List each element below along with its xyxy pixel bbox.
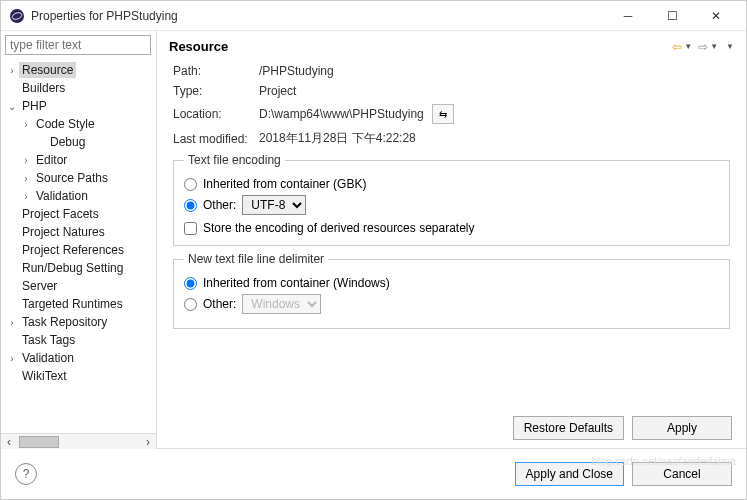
nav-toolbar: ⇦ ▼ ⇨ ▼ ▼ bbox=[672, 40, 734, 54]
back-icon[interactable]: ⇦ bbox=[672, 40, 682, 54]
apply-button[interactable]: Apply bbox=[632, 416, 732, 440]
tree-item[interactable]: Task Tags bbox=[1, 331, 156, 349]
tree-item[interactable]: ›Source Paths bbox=[1, 169, 156, 187]
close-button[interactable]: ✕ bbox=[694, 2, 738, 30]
tree-item-label: Code Style bbox=[33, 116, 98, 132]
expand-icon[interactable]: › bbox=[19, 191, 33, 202]
view-menu-icon[interactable]: ▼ bbox=[726, 42, 734, 51]
tree-item[interactable]: Debug bbox=[1, 133, 156, 151]
path-value: /PHPStudying bbox=[259, 64, 334, 78]
encoding-legend: Text file encoding bbox=[184, 153, 285, 167]
sidebar: ›ResourceBuilders⌄PHP›Code StyleDebug›Ed… bbox=[1, 31, 157, 449]
tree-item[interactable]: ⌄PHP bbox=[1, 97, 156, 115]
path-label: Path: bbox=[173, 64, 259, 78]
tree-item-label: Project Facets bbox=[19, 206, 102, 222]
maximize-button[interactable]: ☐ bbox=[650, 2, 694, 30]
delimiter-select: Windows bbox=[242, 294, 321, 314]
scroll-thumb[interactable] bbox=[19, 436, 59, 448]
store-encoding-label: Store the encoding of derived resources … bbox=[203, 221, 475, 235]
delimiter-other-label: Other: bbox=[203, 297, 236, 311]
location-value: D:\wamp64\www\PHPStudying bbox=[259, 107, 424, 121]
restore-defaults-button[interactable]: Restore Defaults bbox=[513, 416, 624, 440]
tree-item-label: PHP bbox=[19, 98, 50, 114]
minimize-button[interactable]: ─ bbox=[606, 2, 650, 30]
show-in-explorer-button[interactable]: ⇆ bbox=[432, 104, 454, 124]
scroll-right-icon[interactable]: › bbox=[140, 435, 156, 449]
tree-item[interactable]: ›Code Style bbox=[1, 115, 156, 133]
tree-item[interactable]: ›Validation bbox=[1, 349, 156, 367]
encoding-other-radio[interactable] bbox=[184, 199, 197, 212]
expand-icon[interactable]: › bbox=[19, 119, 33, 130]
expand-icon[interactable]: › bbox=[5, 65, 19, 76]
tree-item[interactable]: Builders bbox=[1, 79, 156, 97]
tree-item-label: Targeted Runtimes bbox=[19, 296, 126, 312]
help-icon[interactable]: ? bbox=[15, 463, 37, 485]
apply-and-close-button[interactable]: Apply and Close bbox=[515, 462, 624, 486]
expand-icon[interactable]: › bbox=[19, 155, 33, 166]
delimiter-other-radio[interactable] bbox=[184, 298, 197, 311]
expand-icon[interactable]: › bbox=[5, 317, 19, 328]
tree-item-label: Validation bbox=[19, 350, 77, 366]
forward-icon[interactable]: ⇨ bbox=[698, 40, 708, 54]
forward-menu-icon[interactable]: ▼ bbox=[710, 42, 718, 51]
tree-item[interactable]: Project References bbox=[1, 241, 156, 259]
titlebar: Properties for PHPStudying ─ ☐ ✕ bbox=[1, 1, 746, 31]
expand-icon[interactable]: ⌄ bbox=[5, 101, 19, 112]
cancel-button[interactable]: Cancel bbox=[632, 462, 732, 486]
content-panel: Resource ⇦ ▼ ⇨ ▼ ▼ Path:/PHPStudying Typ… bbox=[157, 31, 746, 449]
delimiter-legend: New text file line delimiter bbox=[184, 252, 328, 266]
page-title: Resource bbox=[169, 39, 672, 54]
encoding-inherited-radio[interactable] bbox=[184, 178, 197, 191]
tree-item-label: Project References bbox=[19, 242, 127, 258]
encoding-inherited-label: Inherited from container (GBK) bbox=[203, 177, 366, 191]
tree-item-label: Resource bbox=[19, 62, 76, 78]
delimiter-group: New text file line delimiter Inherited f… bbox=[173, 252, 730, 329]
filter-input[interactable] bbox=[5, 35, 151, 55]
type-label: Type: bbox=[173, 84, 259, 98]
expand-icon[interactable]: › bbox=[19, 173, 33, 184]
tree-item[interactable]: Run/Debug Setting bbox=[1, 259, 156, 277]
location-label: Location: bbox=[173, 107, 259, 121]
encoding-group: Text file encoding Inherited from contai… bbox=[173, 153, 730, 246]
bottom-bar: ? Apply and Close Cancel bbox=[1, 449, 746, 499]
tree-item[interactable]: WikiText bbox=[1, 367, 156, 385]
tree-item-label: Task Repository bbox=[19, 314, 110, 330]
lastmod-label: Last modified: bbox=[173, 132, 259, 146]
tree-item-label: Source Paths bbox=[33, 170, 111, 186]
tree-item[interactable]: ›Editor bbox=[1, 151, 156, 169]
delimiter-inherited-label: Inherited from container (Windows) bbox=[203, 276, 390, 290]
store-encoding-checkbox[interactable] bbox=[184, 222, 197, 235]
tree: ›ResourceBuilders⌄PHP›Code StyleDebug›Ed… bbox=[1, 59, 156, 433]
eclipse-icon bbox=[9, 8, 25, 24]
tree-item-label: Project Natures bbox=[19, 224, 108, 240]
tree-item-label: WikiText bbox=[19, 368, 70, 384]
tree-item[interactable]: Targeted Runtimes bbox=[1, 295, 156, 313]
encoding-select[interactable]: UTF-8 bbox=[242, 195, 306, 215]
back-menu-icon[interactable]: ▼ bbox=[684, 42, 692, 51]
tree-item[interactable]: ›Resource bbox=[1, 61, 156, 79]
tree-item-label: Validation bbox=[33, 188, 91, 204]
tree-item-label: Server bbox=[19, 278, 60, 294]
type-value: Project bbox=[259, 84, 296, 98]
tree-item-label: Debug bbox=[47, 134, 88, 150]
tree-item[interactable]: ›Validation bbox=[1, 187, 156, 205]
tree-item-label: Editor bbox=[33, 152, 70, 168]
tree-item-label: Run/Debug Setting bbox=[19, 260, 126, 276]
window-title: Properties for PHPStudying bbox=[31, 9, 606, 23]
tree-item[interactable]: Server bbox=[1, 277, 156, 295]
tree-item-label: Builders bbox=[19, 80, 68, 96]
tree-item-label: Task Tags bbox=[19, 332, 78, 348]
encoding-other-label: Other: bbox=[203, 198, 236, 212]
expand-icon[interactable]: › bbox=[5, 353, 19, 364]
scroll-left-icon[interactable]: ‹ bbox=[1, 435, 17, 449]
delimiter-inherited-radio[interactable] bbox=[184, 277, 197, 290]
tree-item[interactable]: Project Natures bbox=[1, 223, 156, 241]
horizontal-scrollbar[interactable]: ‹ › bbox=[1, 433, 156, 449]
tree-item[interactable]: Project Facets bbox=[1, 205, 156, 223]
lastmod-value: 2018年11月28日 下午4:22:28 bbox=[259, 130, 416, 147]
tree-item[interactable]: ›Task Repository bbox=[1, 313, 156, 331]
